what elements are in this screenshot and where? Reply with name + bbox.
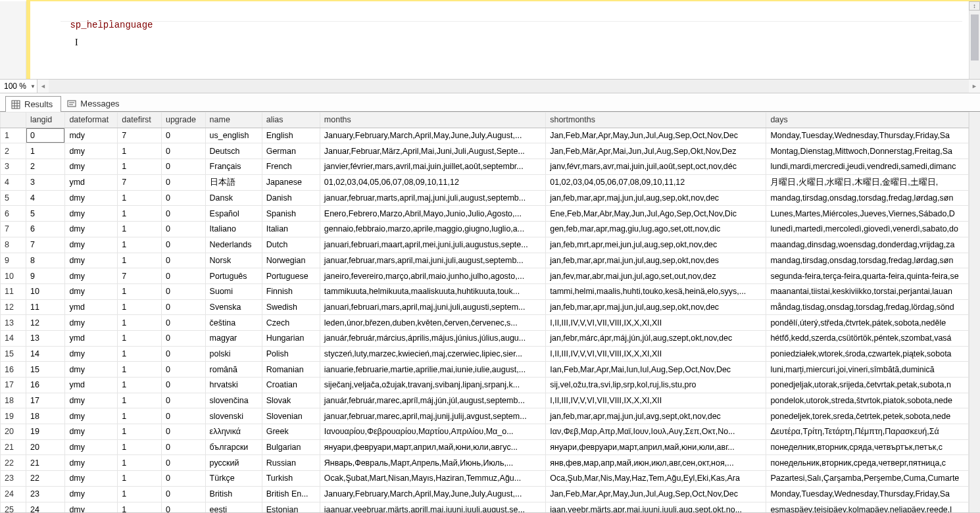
scroll-thumb[interactable] <box>971 14 979 61</box>
table-row[interactable]: 1413ymd10magyarHungarianjanuár,február,m… <box>1 330 969 346</box>
cell-datefirst[interactable]: 1 <box>118 393 162 408</box>
cell-datefirst[interactable]: 1 <box>118 486 162 502</box>
cell-days[interactable]: Montag,Dienstag,Mittwoch,Donnerstag,Frei… <box>766 143 969 159</box>
cell-dateformat[interactable]: dmy <box>65 253 118 268</box>
cell-months[interactable]: Januar,Februar,März,April,Mai,Juni,Juli,… <box>320 143 545 159</box>
table-row[interactable]: 32dmy10FrançaisFrenchjanvier,février,mar… <box>1 159 969 175</box>
col-header-alias[interactable]: alias <box>262 112 320 128</box>
cell-days[interactable]: понеделник,вторник,сряда,четвъртък,петък… <box>766 439 969 455</box>
table-row[interactable]: 2423dmy10BritishBritish En...January,Feb… <box>1 486 969 502</box>
table-row[interactable]: 1211ymd10SvenskaSwedishjanuari,februari,… <box>1 299 969 315</box>
cell-months[interactable]: janvier,février,mars,avril,mai,juin,juil… <box>320 159 545 175</box>
table-row[interactable]: 65dmy10EspañolSpanishEnero,Febrero,Marzo… <box>1 206 969 222</box>
table-row[interactable]: 2221dmy10русскийRussianЯнварь,Февраль,Ма… <box>1 455 969 471</box>
table-row[interactable]: 21dmy10DeutschGermanJanuar,Februar,März,… <box>1 143 969 159</box>
cell-months[interactable]: Ιανουαρίου,Φεβρουαρίου,Μαρτίου,Απριλίου,… <box>320 424 545 440</box>
cell-datefirst[interactable]: 7 <box>118 128 162 143</box>
cell-months[interactable]: януари,февруари,март,април,май,юни,юли,а… <box>320 439 545 455</box>
cell-langid[interactable]: 7 <box>26 237 64 253</box>
cell-upgrade[interactable]: 0 <box>161 190 205 206</box>
col-header-months[interactable]: months <box>320 112 545 128</box>
cell-dateformat[interactable]: dmy <box>65 439 118 455</box>
cell-shortmonths[interactable]: Jan,Feb,Mar,Apr,May,Jun,Jul,Aug,Sep,Oct,… <box>546 486 766 502</box>
cell-days[interactable]: lunedì,martedì,mercoledì,giovedì,venerdì… <box>766 222 969 237</box>
cell-alias[interactable]: Italian <box>262 222 320 237</box>
row-number-cell[interactable]: 6 <box>1 206 26 222</box>
cell-months[interactable]: gennaio,febbraio,marzo,aprile,maggio,giu… <box>320 222 545 237</box>
tab-results[interactable]: Results <box>5 96 61 112</box>
cell-shortmonths[interactable]: janv,févr,mars,avr,mai,juin,juil,août,se… <box>546 159 766 175</box>
cell-langid[interactable]: 8 <box>26 253 64 268</box>
cell-name[interactable]: български <box>205 439 262 455</box>
row-number-cell[interactable]: 20 <box>1 424 26 440</box>
cell-dateformat[interactable]: dmy <box>65 206 118 222</box>
cell-alias[interactable]: German <box>262 143 320 159</box>
cell-alias[interactable]: Slovenian <box>262 408 320 424</box>
cell-months[interactable]: siječanj,veljača,ožujak,travanj,svibanj,… <box>320 378 545 393</box>
cell-days[interactable]: mandag,tirsdag,onsdag,torsdag,fredag,lør… <box>766 190 969 206</box>
row-number-cell[interactable]: 8 <box>1 237 26 253</box>
cell-name[interactable]: čeština <box>205 315 262 331</box>
editor-horizontal-scrollbar[interactable] <box>49 80 969 93</box>
cell-upgrade[interactable]: 0 <box>161 424 205 440</box>
cell-upgrade[interactable]: 0 <box>161 455 205 471</box>
cell-alias[interactable]: Danish <box>262 190 320 206</box>
cell-months[interactable]: januar,februar,mars,april,mai,juni,juli,… <box>320 253 545 268</box>
row-number-cell[interactable]: 4 <box>1 174 26 190</box>
cell-dateformat[interactable]: ymd <box>65 330 118 346</box>
cell-datefirst[interactable]: 1 <box>118 378 162 393</box>
cell-langid[interactable]: 21 <box>26 455 64 471</box>
cell-langid[interactable]: 1 <box>26 143 64 159</box>
cell-days[interactable]: lundi,mardi,mercredi,jeudi,vendredi,same… <box>766 159 969 175</box>
table-row[interactable]: 10mdy70us_englishEnglishJanuary,February… <box>1 128 969 143</box>
cell-name[interactable]: Norsk <box>205 253 262 268</box>
table-row[interactable]: 1615dmy10românăRomanianianuarie,februari… <box>1 362 969 378</box>
cell-alias[interactable]: Romanian <box>262 362 320 378</box>
cell-shortmonths[interactable]: jan,feb,mar,apr,mai,jun,jul,aug,sep,okt,… <box>546 253 766 268</box>
cell-dateformat[interactable]: dmy <box>65 424 118 440</box>
cell-dateformat[interactable]: dmy <box>65 159 118 175</box>
cell-langid[interactable]: 9 <box>26 268 64 284</box>
cell-months[interactable]: styczeń,luty,marzec,kwiecień,maj,czerwie… <box>320 346 545 362</box>
cell-alias[interactable]: Japanese <box>262 174 320 190</box>
cell-datefirst[interactable]: 1 <box>118 237 162 253</box>
table-row[interactable]: 98dmy10NorskNorwegianjanuar,februar,mars… <box>1 253 969 268</box>
row-number-cell[interactable]: 19 <box>1 408 26 424</box>
cell-name[interactable]: British <box>205 486 262 502</box>
cell-dateformat[interactable]: dmy <box>65 268 118 284</box>
cell-dateformat[interactable]: dmy <box>65 455 118 471</box>
col-header-shortmonths[interactable]: shortmonths <box>546 112 766 128</box>
cell-name[interactable]: Italiano <box>205 222 262 237</box>
col-header-upgrade[interactable]: upgrade <box>161 112 205 128</box>
cell-days[interactable]: Monday,Tuesday,Wednesday,Thursday,Friday… <box>766 486 969 502</box>
cell-dateformat[interactable]: dmy <box>65 502 118 512</box>
cell-name[interactable]: Français <box>205 159 262 175</box>
row-number-cell[interactable]: 11 <box>1 283 26 299</box>
cell-shortmonths[interactable]: януари,февруари,март,април,май,юни,юли,а… <box>546 439 766 455</box>
cell-name[interactable]: polski <box>205 346 262 362</box>
cell-datefirst[interactable]: 1 <box>118 222 162 237</box>
table-row[interactable]: 1312dmy10češtinaCzechleden,únor,březen,d… <box>1 315 969 331</box>
cell-alias[interactable]: British En... <box>262 486 320 502</box>
table-row[interactable]: 1817dmy10slovenčinaSlovakjanuár,február,… <box>1 393 969 408</box>
cell-datefirst[interactable]: 1 <box>118 346 162 362</box>
cell-months[interactable]: januar,februar,marec,april,maj,junij,jul… <box>320 408 545 424</box>
cell-shortmonths[interactable]: I,II,III,IV,V,VI,VII,VIII,IX,X,XI,XII <box>546 346 766 362</box>
cell-months[interactable]: Ocak,Şubat,Mart,Nisan,Mayıs,Haziran,Temm… <box>320 471 545 487</box>
cell-alias[interactable]: Greek <box>262 424 320 440</box>
cell-days[interactable]: esmaspäev,teisipäev,kolmapäev,neljapäev,… <box>766 502 969 512</box>
cell-dateformat[interactable]: dmy <box>65 362 118 378</box>
cell-alias[interactable]: Croatian <box>262 378 320 393</box>
cell-dateformat[interactable]: ymd <box>65 174 118 190</box>
cell-name[interactable]: română <box>205 362 262 378</box>
cell-shortmonths[interactable]: jan,feb,mar,apr,maj,jun,jul,aug,sep,okt,… <box>546 299 766 315</box>
cell-name[interactable]: slovenčina <box>205 393 262 408</box>
cell-datefirst[interactable]: 1 <box>118 206 162 222</box>
cell-datefirst[interactable]: 1 <box>118 424 162 440</box>
cell-alias[interactable]: Spanish <box>262 206 320 222</box>
cell-alias[interactable]: English <box>262 128 320 143</box>
cell-dateformat[interactable]: dmy <box>65 222 118 237</box>
sql-editor[interactable]: sp_helplanguage I <box>30 1 969 79</box>
cell-shortmonths[interactable]: Ιαν,Φεβ,Μαρ,Απρ,Μαϊ,Ιουν,Ιουλ,Αυγ,Σεπ,Οκ… <box>546 424 766 440</box>
cell-months[interactable]: januar,februar,marts,april,maj,juni,juli… <box>320 190 545 206</box>
